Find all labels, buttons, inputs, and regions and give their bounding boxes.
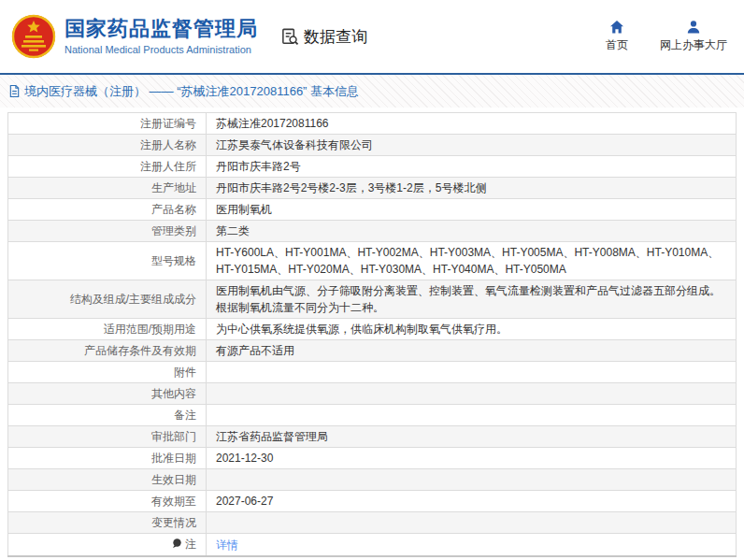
row-value: 丹阳市庆丰路2号 <box>207 156 737 178</box>
registration-detail-table: 注册证编号苏械注准20172081166注册人名称江苏昊泰气体设备科技有限公司注… <box>7 112 737 557</box>
nav-hall-label: 网上办事大厅 <box>660 37 727 53</box>
china-national-emblem-logo <box>11 14 56 59</box>
section-title-label: 数据查询 <box>304 26 367 48</box>
table-row: 有效期至2027-06-27 <box>8 491 737 512</box>
nav-online-service-hall[interactable]: 网上办事大厅 <box>660 20 727 53</box>
table-row: 附件 <box>8 362 737 383</box>
table-row: 注册人名称江苏昊泰气体设备科技有限公司 <box>8 135 737 156</box>
data-query-section-title: 数据查询 <box>280 26 367 48</box>
table-row: 备注 <box>8 405 737 426</box>
site-header: 国家药品监督管理局 National Medical Products Admi… <box>0 0 744 75</box>
row-label: 产品储存条件及有效期 <box>8 340 207 362</box>
row-value: 苏械注准20172081166 <box>207 113 737 135</box>
note-icon <box>172 537 182 553</box>
table-row: 生产地址丹阳市庆丰路2号2号楼2-3层，3号楼1-2层，5号楼北侧 <box>8 178 737 199</box>
nav-home-label: 首页 <box>606 37 628 53</box>
table-row: 审批部门江苏省药品监督管理局 <box>8 426 737 448</box>
row-value: 有源产品不适用 <box>207 340 737 362</box>
row-label: 适用范围/预期用途 <box>8 319 207 340</box>
row-label: 附件 <box>8 362 207 383</box>
table-row: 变更情况 <box>8 512 737 534</box>
document-search-icon <box>280 27 300 47</box>
row-value: 2021-12-30 <box>207 448 737 469</box>
table-row: 注详情 <box>8 534 737 557</box>
table-row: 注册证编号苏械注准20172081166 <box>8 113 737 135</box>
row-label: 注 <box>8 534 207 557</box>
row-value <box>207 383 737 405</box>
row-label: 产品名称 <box>8 199 207 221</box>
person-icon <box>686 20 701 35</box>
row-value <box>207 405 737 426</box>
breadcrumb-text: 境内医疗器械（注册） —— “苏械注准20172081166” 基本信息 <box>24 83 359 100</box>
table-row: 批准日期2021-12-30 <box>8 448 737 469</box>
table-row: 管理类别第二类 <box>8 221 737 242</box>
header-nav: 首页 网上办事大厅 <box>606 20 727 53</box>
row-label: 生产地址 <box>8 178 207 199</box>
org-titles: 国家药品监督管理局 National Medical Products Admi… <box>64 18 258 54</box>
table-row: 产品储存条件及有效期有源产品不适用 <box>8 340 737 362</box>
row-value: 医用制氧机 <box>207 199 737 221</box>
row-label: 管理类别 <box>8 221 207 242</box>
table-row: 结构及组成/主要组成成分医用制氧机由气源、分子筛吸附分离装置、控制装置、氧气流量… <box>8 280 737 319</box>
row-label: 注册证编号 <box>8 113 207 135</box>
nav-home[interactable]: 首页 <box>606 20 628 53</box>
row-label: 变更情况 <box>8 512 207 534</box>
row-value <box>207 469 737 491</box>
row-value <box>207 512 737 534</box>
row-value: HT-Y600LA、HT-Y001MA、HT-Y002MA、HT-Y003MA、… <box>207 242 737 280</box>
row-label: 结构及组成/主要组成成分 <box>8 280 207 319</box>
document-icon <box>8 84 21 98</box>
table-row: 生效日期 <box>8 469 737 491</box>
row-value: 第二类 <box>207 221 737 242</box>
row-label: 审批部门 <box>8 426 207 448</box>
row-label: 备注 <box>8 405 207 426</box>
row-label: 注册人名称 <box>8 135 207 156</box>
table-row: 型号规格HT-Y600LA、HT-Y001MA、HT-Y002MA、HT-Y00… <box>8 242 737 280</box>
row-label: 有效期至 <box>8 491 207 512</box>
row-value: 医用制氧机由气源、分子筛吸附分离装置、控制装置、氧气流量检测装置和产品气过滤器五… <box>207 280 737 319</box>
row-value <box>207 362 737 383</box>
row-label: 其他内容 <box>8 383 207 405</box>
row-value: 为中心供氧系统提供氧源，供临床机构制取氧气供氧疗用。 <box>207 319 737 340</box>
table-row: 适用范围/预期用途为中心供氧系统提供氧源，供临床机构制取氧气供氧疗用。 <box>8 319 737 340</box>
breadcrumb: 境内医疗器械（注册） —— “苏械注准20172081166” 基本信息 <box>0 75 744 108</box>
row-value: 江苏昊泰气体设备科技有限公司 <box>207 135 737 156</box>
org-title: 国家药品监督管理局 <box>64 18 258 40</box>
table-row: 产品名称医用制氧机 <box>8 199 737 221</box>
row-label: 生效日期 <box>8 469 207 491</box>
registration-detail-table-body: 注册证编号苏械注准20172081166注册人名称江苏昊泰气体设备科技有限公司注… <box>8 113 737 557</box>
org-subtitle: National Medical Products Administration <box>64 44 258 55</box>
row-value: 详情 <box>207 534 737 557</box>
table-row: 其他内容 <box>8 383 737 405</box>
home-icon <box>609 20 624 35</box>
row-value: 丹阳市庆丰路2号2号楼2-3层，3号楼1-2层，5号楼北侧 <box>207 178 737 199</box>
row-value: 2027-06-27 <box>207 491 737 512</box>
row-label: 型号规格 <box>8 242 207 280</box>
table-row: 注册人住所丹阳市庆丰路2号 <box>8 156 737 178</box>
row-label: 注册人住所 <box>8 156 207 178</box>
detail-link[interactable]: 详情 <box>216 538 238 552</box>
row-value: 江苏省药品监督管理局 <box>207 426 737 448</box>
row-label: 批准日期 <box>8 448 207 469</box>
